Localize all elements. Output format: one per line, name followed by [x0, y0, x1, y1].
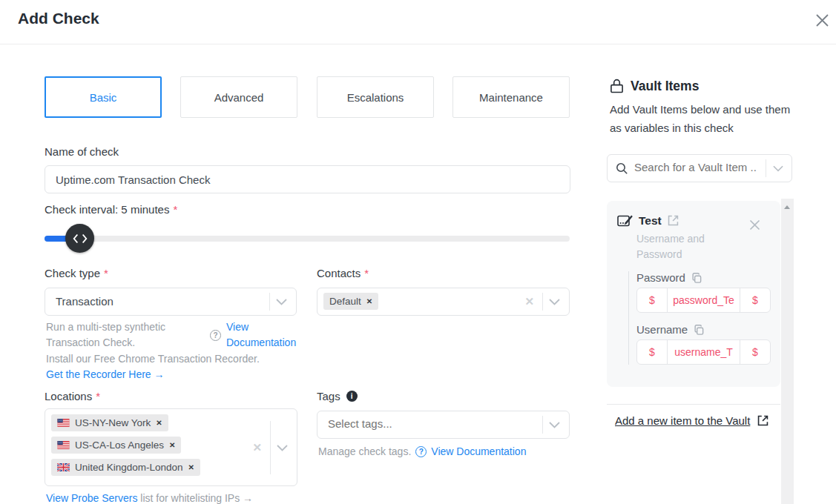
- check-type-doc-row: ? View Documentation: [210, 319, 306, 351]
- variable-suffix: $: [740, 288, 770, 312]
- copy-icon[interactable]: [691, 272, 702, 284]
- chip-remove-icon[interactable]: ✕: [188, 463, 194, 471]
- variable-value[interactable]: password_Te: [667, 288, 740, 312]
- check-interval-label: Check interval: 5 minutes*: [45, 203, 177, 216]
- chip-remove-icon[interactable]: ✕: [156, 419, 162, 427]
- add-vault-item-row[interactable]: Add a new item to the Vault: [615, 414, 769, 427]
- add-vault-item-link[interactable]: Add a new item to the Vault: [615, 414, 750, 427]
- locations-label: Locations*: [45, 390, 100, 402]
- vault-search-input[interactable]: [634, 161, 757, 173]
- us-flag-icon: [57, 441, 70, 449]
- lock-icon: [610, 78, 624, 94]
- select-divider: [270, 421, 271, 474]
- location-chip[interactable]: United Kingdom-London ✕: [51, 459, 200, 476]
- contacts-text: Contacts: [317, 267, 361, 279]
- vault-item-fields: Password $ password_Te $ Username $ user…: [628, 271, 773, 365]
- tab-escalations[interactable]: Escalations: [317, 76, 434, 118]
- contact-chip-label: Default: [329, 296, 361, 307]
- chevron-down-icon[interactable]: [773, 162, 783, 175]
- contact-chip[interactable]: Default ✕: [323, 293, 378, 310]
- manage-tags-line: Manage check tags. ? View Documentation: [318, 444, 526, 460]
- external-link-icon: [757, 414, 769, 427]
- tags-select[interactable]: [317, 411, 570, 439]
- tab-maintenance[interactable]: Maintenance: [452, 76, 570, 118]
- contacts-select[interactable]: Default ✕ ✕: [317, 288, 570, 316]
- vault-item-name: Test: [639, 214, 662, 228]
- interval-slider-thumb[interactable]: [65, 224, 94, 253]
- vault-field-label: Password: [636, 271, 685, 284]
- close-icon[interactable]: [812, 10, 832, 30]
- select-divider: [269, 293, 270, 311]
- chevron-down-icon[interactable]: [277, 441, 288, 454]
- vault-subtitle: Add Vault Items below and use them as va…: [610, 101, 797, 137]
- vault-field-value-group[interactable]: $ username_T $: [636, 339, 771, 365]
- slider-arrows-icon: [72, 233, 88, 245]
- vault-field-label-row: Password: [636, 271, 773, 284]
- vault-items-title: Vault Items: [631, 79, 699, 94]
- vault-divider: [607, 404, 780, 405]
- locations-text: Locations: [45, 390, 92, 402]
- select-divider: [542, 416, 543, 434]
- copy-icon[interactable]: [694, 324, 705, 336]
- external-link-icon[interactable]: [667, 214, 679, 227]
- variable-prefix: $: [637, 340, 667, 364]
- vault-scrollbar[interactable]: [781, 199, 794, 504]
- get-recorder-link[interactable]: Get the Recorder Here →: [46, 367, 165, 382]
- vault-item-close-icon[interactable]: [748, 219, 761, 234]
- chip-remove-icon[interactable]: ✕: [169, 441, 175, 449]
- vault-field-label-row: Username: [636, 323, 773, 336]
- check-type-label: Check type*: [45, 267, 108, 279]
- select-divider: [766, 159, 766, 177]
- question-circle-icon: ?: [210, 330, 221, 341]
- chevron-down-icon[interactable]: [549, 418, 560, 431]
- view-documentation-link[interactable]: View Documentation: [431, 444, 526, 460]
- header-divider: [0, 44, 836, 44]
- chip-remove-icon[interactable]: ✕: [366, 297, 372, 305]
- variable-value[interactable]: username_T: [667, 340, 740, 364]
- view-probe-servers-link[interactable]: View Probe Servers: [46, 492, 137, 504]
- chevron-down-icon[interactable]: [276, 295, 287, 308]
- clear-icon[interactable]: ✕: [524, 295, 534, 308]
- required-asterisk: *: [364, 267, 369, 279]
- vault-search-select[interactable]: [607, 154, 792, 182]
- page-title: Add Check: [18, 10, 99, 27]
- info-icon[interactable]: i: [346, 391, 358, 402]
- question-circle-icon[interactable]: ?: [415, 446, 427, 457]
- scroll-up-icon[interactable]: [784, 205, 790, 209]
- interval-slider-track[interactable]: [45, 236, 570, 242]
- contacts-label: Contacts*: [317, 267, 369, 279]
- tab-advanced[interactable]: Advanced: [180, 76, 297, 118]
- clear-icon[interactable]: ✕: [252, 441, 262, 454]
- select-divider: [542, 293, 543, 311]
- uk-flag-icon: [57, 463, 70, 471]
- tab-basic-label: Basic: [90, 91, 117, 104]
- check-type-help: Run a multi-step synthetic Transaction C…: [46, 319, 194, 351]
- tab-escalations-label: Escalations: [347, 91, 404, 104]
- variable-prefix: $: [637, 288, 667, 312]
- name-of-check-label: Name of check: [45, 145, 119, 158]
- edit-icon[interactable]: [617, 213, 633, 228]
- location-chip[interactable]: US-CA-Los Angeles ✕: [51, 437, 181, 454]
- search-icon: [616, 162, 628, 178]
- name-of-check-input[interactable]: [45, 165, 570, 193]
- tab-basic[interactable]: Basic: [45, 76, 162, 118]
- location-chip[interactable]: US-NY-New York ✕: [51, 414, 168, 431]
- check-interval-text: Check interval: 5 minutes: [45, 203, 169, 216]
- vault-item-card: Test Username and Password Password $ pa…: [607, 201, 780, 387]
- probe-servers-rest: list for whitelisting IPs →: [137, 492, 253, 504]
- us-flag-icon: [57, 419, 70, 427]
- required-asterisk: *: [104, 267, 108, 279]
- locations-select[interactable]: US-NY-New York ✕ US-CA-Los Angeles ✕ Uni…: [45, 408, 297, 486]
- variable-suffix: $: [740, 340, 770, 364]
- chevron-down-icon[interactable]: [549, 295, 560, 308]
- tab-maintenance-label: Maintenance: [479, 91, 543, 104]
- view-documentation-link[interactable]: View Documentation: [226, 319, 300, 351]
- required-asterisk: *: [96, 390, 100, 402]
- check-type-select[interactable]: Transaction: [45, 288, 297, 316]
- tags-label: Tags: [317, 390, 340, 402]
- location-chip-label: United Kingdom-London: [75, 462, 183, 473]
- tags-input[interactable]: [328, 417, 506, 430]
- check-type-value: Transaction: [56, 295, 113, 308]
- required-asterisk: *: [173, 203, 177, 216]
- vault-field-value-group[interactable]: $ password_Te $: [636, 288, 771, 313]
